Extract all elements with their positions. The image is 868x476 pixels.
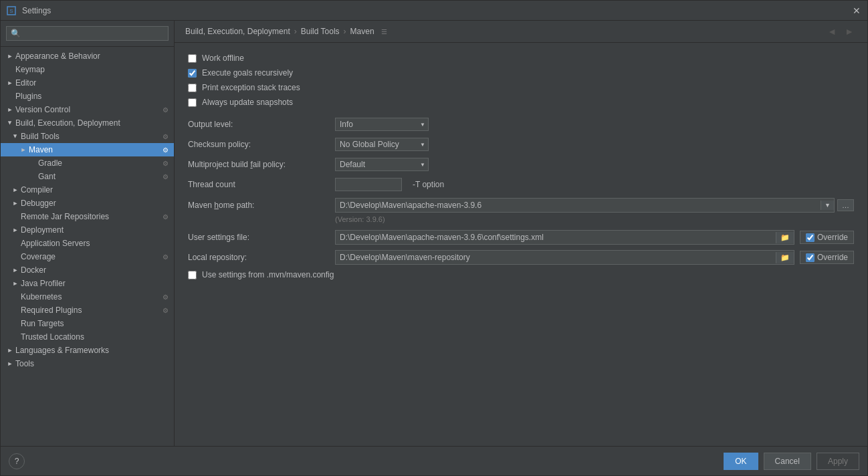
local-repo-input[interactable] <box>336 251 776 264</box>
sidebar-item-plugins[interactable]: ► Plugins <box>1 90 174 103</box>
apply-button[interactable]: Apply <box>817 453 859 470</box>
arrow-icon: ► <box>6 79 14 87</box>
sidebar-item-coverage[interactable]: ► Coverage ⚙ <box>1 250 174 263</box>
sidebar-item-keymap[interactable]: ► Keymap <box>1 63 174 76</box>
always-update-label[interactable]: Always update snapshots <box>202 98 293 107</box>
sidebar-item-java-profiler[interactable]: ► Java Profiler <box>1 277 174 290</box>
use-settings-label[interactable]: Use settings from .mvn/maven.config <box>202 270 334 279</box>
sidebar-item-appearance[interactable]: ► Appearance & Behavior <box>1 49 174 63</box>
sidebar: ► Appearance & Behavior ► Keymap ► Edito… <box>1 21 175 446</box>
sidebar-item-tools[interactable]: ► Tools <box>1 357 174 370</box>
sidebar-item-build-exec-deploy[interactable]: ► Build, Execution, Deployment <box>1 116 174 130</box>
breadcrumb-item-1[interactable]: Build, Execution, Deployment <box>185 27 290 36</box>
always-update-checkbox[interactable] <box>188 98 197 107</box>
main-panel: Build, Execution, Deployment › Build Too… <box>175 21 867 446</box>
user-settings-override-checkbox[interactable] <box>806 233 815 242</box>
sidebar-item-gant[interactable]: ► Gant ⚙ <box>1 170 174 183</box>
use-settings-checkbox[interactable] <box>188 271 197 279</box>
help-button[interactable]: ? <box>9 453 25 469</box>
arrow-icon: ► <box>6 360 14 368</box>
arrow-icon: ► <box>6 346 14 354</box>
print-exception-label[interactable]: Print exception stack traces <box>202 83 300 92</box>
sidebar-item-run-targets[interactable]: ► Run Targets <box>1 317 174 330</box>
sidebar-item-app-servers[interactable]: ► Application Servers <box>1 237 174 250</box>
sidebar-item-required-plugins[interactable]: ► Required Plugins ⚙ <box>1 304 174 317</box>
maven-home-dropdown-button[interactable]: ▼ <box>821 201 834 210</box>
close-button[interactable]: ✕ <box>851 5 862 16</box>
breadcrumb-menu-icon[interactable]: ☰ <box>381 28 387 35</box>
sidebar-item-build-tools[interactable]: ► Build Tools ⚙ <box>1 130 174 143</box>
execute-goals-checkbox[interactable] <box>188 69 197 78</box>
window-title: Settings <box>22 6 851 15</box>
sidebar-item-languages[interactable]: ► Languages & Frameworks <box>1 344 174 357</box>
sidebar-item-kubernetes[interactable]: ► Kubernetes ⚙ <box>1 290 174 304</box>
breadcrumb-item-2[interactable]: Build Tools <box>301 27 340 36</box>
sidebar-item-version-control[interactable]: ► Version Control ⚙ <box>1 103 174 116</box>
settings-icon: ⚙ <box>162 133 169 140</box>
work-offline-checkbox[interactable] <box>188 54 197 63</box>
multiproject-policy-row: Multiproject build fail policy: Default … <box>188 158 854 171</box>
local-repo-row: Local repository: 📁 Override <box>188 250 854 265</box>
arrow-icon: ► <box>6 119 14 127</box>
output-level-select[interactable]: Info Debug Warn Error <box>335 118 429 131</box>
breadcrumb-sep-2: › <box>344 27 346 36</box>
maven-settings-panel: Work offline Execute goals recursively P… <box>175 43 867 446</box>
settings-icon: ⚙ <box>162 160 169 167</box>
thread-count-input[interactable] <box>335 178 402 191</box>
arrow-icon: ► <box>11 132 19 140</box>
sidebar-item-deployment[interactable]: ► Deployment <box>1 223 174 237</box>
search-input[interactable] <box>6 26 169 41</box>
local-repo-label: Local repository: <box>188 253 335 262</box>
nav-label: Coverage <box>21 252 160 261</box>
user-settings-override-label[interactable]: Override <box>817 233 848 242</box>
cancel-button[interactable]: Cancel <box>764 453 811 470</box>
nav-label: Languages & Frameworks <box>15 346 169 355</box>
breadcrumb-forward-button[interactable]: ► <box>842 26 857 37</box>
nav-label: Gant <box>38 172 160 181</box>
nav-label: Application Servers <box>21 239 169 248</box>
always-update-row: Always update snapshots <box>188 98 854 107</box>
breadcrumb-item-3[interactable]: Maven <box>350 27 374 36</box>
sidebar-item-compiler[interactable]: ► Compiler <box>1 183 174 197</box>
sidebar-item-docker[interactable]: ► Docker <box>1 263 174 277</box>
checksum-policy-control: No Global Policy Fail Warn Ignore <box>335 138 854 151</box>
sidebar-item-maven[interactable]: ► Maven ⚙ <box>1 143 174 156</box>
breadcrumb: Build, Execution, Deployment › Build Too… <box>175 21 867 43</box>
user-settings-input[interactable] <box>336 231 776 244</box>
sidebar-item-remote-jar[interactable]: ► Remote Jar Repositories ⚙ <box>1 210 174 223</box>
breadcrumb-back-button[interactable]: ◄ <box>825 26 839 37</box>
maven-home-browse-button[interactable]: … <box>837 199 854 211</box>
sidebar-item-gradle[interactable]: ► Gradle ⚙ <box>1 156 174 170</box>
execute-goals-label[interactable]: Execute goals recursively <box>202 68 293 78</box>
nav-label: Java Profiler <box>21 279 169 288</box>
multiproject-policy-label: Multiproject build fail policy: <box>188 160 335 169</box>
maven-home-input[interactable] <box>336 199 821 212</box>
maven-home-label: Maven home path: <box>188 201 335 210</box>
nav-label: Compiler <box>21 185 169 195</box>
local-repo-override-checkbox[interactable] <box>806 253 815 262</box>
maven-home-row: Maven home path: ▼ … <box>188 198 854 213</box>
sidebar-item-trusted-locations[interactable]: ► Trusted Locations <box>1 330 174 344</box>
nav-label: Maven <box>29 145 160 154</box>
ok-button[interactable]: OK <box>724 453 758 470</box>
arrow-icon: ► <box>19 146 27 154</box>
multiproject-policy-select[interactable]: Default Fail Fast Fail At End Never Fail <box>335 158 429 171</box>
nav-label: Build Tools <box>21 132 160 141</box>
print-exception-checkbox[interactable] <box>188 84 197 92</box>
user-settings-browse-button[interactable]: 📁 <box>776 232 794 243</box>
nav-label: Debugger <box>21 199 169 208</box>
nav-label: Run Targets <box>21 319 169 328</box>
breadcrumb-navigation: ◄ ► <box>825 26 857 37</box>
sidebar-item-debugger[interactable]: ► Debugger <box>1 197 174 210</box>
local-repo-override-label[interactable]: Override <box>817 253 848 262</box>
search-box <box>1 21 174 47</box>
sidebar-item-editor[interactable]: ► Editor <box>1 76 174 90</box>
work-offline-label[interactable]: Work offline <box>202 53 244 63</box>
checksum-policy-select-wrapper: No Global Policy Fail Warn Ignore <box>335 138 429 151</box>
local-repo-browse-button[interactable]: 📁 <box>776 252 794 263</box>
settings-icon: ⚙ <box>162 146 169 154</box>
arrow-icon: ► <box>11 226 19 234</box>
work-offline-row: Work offline <box>188 53 854 63</box>
checksum-policy-select[interactable]: No Global Policy Fail Warn Ignore <box>335 138 429 151</box>
settings-icon: ⚙ <box>162 173 169 181</box>
